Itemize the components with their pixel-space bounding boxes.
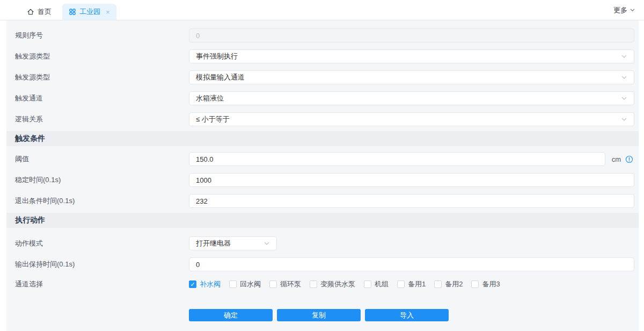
form-row-channel-select: 通道选择 ✓补水阀回水阀循环泵变频供水泵机组备用1备用2备用3 [6, 279, 639, 290]
checkbox-label: 循环泵 [280, 279, 301, 289]
form-row-trigger-channel: 触发通道 水箱液位 [6, 91, 639, 105]
chevron-down-icon [621, 95, 627, 102]
channel-checkbox-1[interactable]: 回水阀 [229, 279, 261, 289]
home-icon [27, 8, 34, 16]
checkbox-label: 回水阀 [240, 279, 261, 289]
trigger-source-type-2-value: 模拟量输入通道 [196, 73, 245, 82]
section-trigger-condition-title: 触发条件 [15, 134, 45, 143]
checkbox-label: 备用1 [408, 279, 426, 289]
checkbox-unchecked-icon [434, 280, 442, 288]
trigger-channel-label: 触发通道 [15, 93, 189, 103]
more-label: 更多 [613, 5, 627, 15]
form-row-logic-relation: 逻辑关系 ≤ 小于等于 [6, 112, 639, 126]
threshold-label: 阈值 [15, 154, 189, 164]
action-mode-label: 动作模式 [15, 239, 189, 248]
section-execute-action-title: 执行动作 [15, 215, 45, 225]
channel-checkbox-group: ✓补水阀回水阀循环泵变频供水泵机组备用1备用2备用3 [189, 279, 634, 289]
close-icon[interactable]: × [106, 8, 110, 16]
output-hold-time-input[interactable] [189, 257, 634, 271]
section-execute-action: 执行动作 [6, 213, 639, 228]
trigger-channel-value: 水箱液位 [196, 93, 224, 103]
form-row-threshold: 阈值 cm [6, 152, 639, 166]
form-row-rule-no: 规则序号 [6, 28, 639, 42]
channel-checkbox-3[interactable]: 变频供水泵 [310, 279, 355, 289]
form-row-trigger-source-type-2: 触发源类型 模拟量输入通道 [6, 70, 639, 84]
copy-button[interactable]: 复制 [277, 309, 361, 321]
stable-time-input[interactable] [189, 173, 634, 187]
checkbox-label: 备用3 [482, 279, 500, 289]
exit-condition-time-input[interactable] [189, 194, 634, 208]
chevron-down-icon [630, 7, 635, 13]
checkbox-label: 补水阀 [200, 279, 221, 289]
checkbox-unchecked-icon [229, 280, 237, 288]
channel-checkbox-2[interactable]: 循环泵 [269, 279, 301, 289]
exit-condition-time-label: 退出条件时间(0.1s) [15, 196, 189, 206]
form-row-output-hold-time: 输出保持时间(0.1s) [6, 257, 639, 271]
logic-relation-label: 逻辑关系 [15, 114, 189, 124]
channel-checkbox-4[interactable]: 机组 [364, 279, 389, 289]
rule-no-label: 规则序号 [15, 31, 189, 40]
trigger-source-type-2-select[interactable]: 模拟量输入通道 [189, 70, 634, 84]
channel-checkbox-7[interactable]: 备用3 [471, 279, 500, 289]
rule-no-input [189, 28, 634, 42]
channel-select-label: 通道选择 [15, 279, 189, 289]
form-row-exit-condition-time: 退出条件时间(0.1s) [6, 194, 639, 208]
checkbox-unchecked-icon [471, 280, 479, 288]
import-button[interactable]: 导入 [365, 309, 449, 321]
channel-checkbox-5[interactable]: 备用1 [397, 279, 426, 289]
section-trigger-condition: 触发条件 [6, 131, 639, 146]
channel-checkbox-6[interactable]: 备用2 [434, 279, 463, 289]
rule-form-panel: 规则序号 触发源类型 事件强制执行 触发源类型 模拟量输入通道 触发通道 水箱液… [6, 20, 639, 331]
tab-industrial-park[interactable]: 工业园 × [62, 4, 116, 20]
chevron-down-icon [621, 53, 627, 60]
tab-home[interactable]: 首页 [21, 4, 57, 20]
checkbox-label: 变频供水泵 [320, 279, 355, 289]
checkbox-unchecked-icon [310, 280, 317, 288]
trigger-source-type-1-label: 触发源类型 [15, 52, 189, 61]
action-mode-value: 打开继电器 [196, 239, 231, 248]
grid-icon [69, 8, 76, 16]
tab-home-label: 首页 [38, 7, 52, 17]
form-row-stable-time: 稳定时间(0.1s) [6, 173, 639, 187]
tab-bar: 首页 工业园 × 更多 [0, 0, 644, 20]
checkbox-unchecked-icon [364, 280, 371, 288]
logic-relation-select[interactable]: ≤ 小于等于 [189, 112, 634, 126]
info-icon[interactable] [625, 155, 633, 163]
trigger-source-type-1-value: 事件强制执行 [196, 52, 238, 61]
trigger-channel-select[interactable]: 水箱液位 [189, 91, 634, 105]
checkbox-unchecked-icon [397, 280, 405, 288]
action-button-row: 确定 复制 导入 [6, 309, 639, 321]
threshold-input[interactable] [189, 152, 605, 166]
checkbox-label: 机组 [375, 279, 389, 289]
stable-time-label: 稳定时间(0.1s) [15, 175, 189, 185]
checkbox-label: 备用2 [445, 279, 463, 289]
channel-checkbox-0[interactable]: ✓补水阀 [189, 279, 221, 289]
action-mode-select[interactable]: 打开继电器 [189, 236, 277, 250]
unit-label: cm [612, 155, 621, 163]
chevron-down-icon [621, 74, 627, 81]
checkbox-checked-icon: ✓ [189, 280, 196, 288]
logic-relation-value: ≤ 小于等于 [196, 114, 230, 124]
more-menu[interactable]: 更多 [613, 5, 635, 15]
form-row-action-mode: 动作模式 打开继电器 [6, 236, 639, 250]
output-hold-time-label: 输出保持时间(0.1s) [15, 260, 189, 269]
trigger-source-type-2-label: 触发源类型 [15, 73, 189, 82]
chevron-down-icon [264, 240, 270, 247]
tab-active-label: 工业园 [79, 7, 100, 17]
trigger-source-type-1-select[interactable]: 事件强制执行 [189, 49, 634, 63]
checkbox-unchecked-icon [269, 280, 277, 288]
form-row-trigger-source-type-1: 触发源类型 事件强制执行 [6, 49, 639, 63]
confirm-button[interactable]: 确定 [189, 309, 273, 321]
chevron-down-icon [621, 116, 627, 123]
